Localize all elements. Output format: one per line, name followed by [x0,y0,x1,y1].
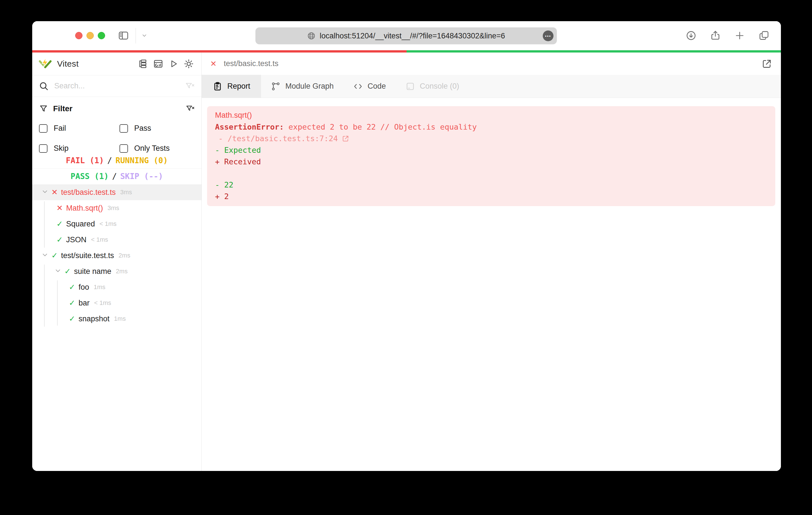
run-summary: FAIL (1) / RUNNING (0) PASS (1) / SKIP (… [32,153,201,184]
pass-count: PASS (1) [70,172,109,181]
main-panel: ✕ test/basic.test.ts Report Mod [202,53,781,471]
tab-code[interactable]: Code [343,75,396,98]
run-all-icon[interactable] [168,58,179,69]
failed-test-name: Math.sqrt() [215,111,252,120]
minimize-window-button[interactable] [86,32,94,39]
only-tests-checkbox-label: Only Tests [134,144,170,153]
diff-expected-value: - 22 [215,180,233,189]
pass-icon: ✓ [63,267,72,276]
browser-titlebar: localhost:51204/__vitest__/#/?file=16484… [32,21,781,50]
tree-row-math-sqrt[interactable]: ✕ Math.sqrt() 3ms [32,200,201,216]
fail-icon: ✕ [50,188,59,197]
test-duration: < 1ms [94,299,111,307]
summary-separator: / [107,156,112,165]
vitest-logo-icon [38,57,52,70]
collapse-tree-icon[interactable] [138,58,148,69]
open-stack-in-editor-icon[interactable] [341,134,350,143]
pass-icon: ✓ [55,235,64,244]
search-icon [39,81,49,91]
tab-module-graph-label: Module Graph [285,82,334,91]
test-duration: 1ms [114,315,126,323]
test-name: Math.sqrt() [66,204,103,213]
test-file-name: test/suite.test.ts [61,251,114,260]
pass-icon: ✓ [50,251,59,260]
test-name: foo [79,283,89,292]
fail-count: FAIL (1) [66,156,104,165]
new-tab-button[interactable] [734,30,745,41]
report-icon [212,81,223,91]
report-view: Math.sqrt() AssertionError: expected 2 t… [202,98,781,471]
chevron-down-icon[interactable] [140,32,149,39]
test-tree: ✕ test/basic.test.ts 3ms ✕ Math.sqrt() 3… [32,184,201,327]
pass-checkbox-label: Pass [134,124,151,133]
theme-toggle-icon[interactable] [183,58,194,69]
clear-filter-icon[interactable] [185,104,195,113]
chevron-down-icon[interactable] [41,188,50,196]
page-settings-button[interactable]: ••• [543,30,553,41]
test-duration: 1ms [94,283,106,291]
tree-row-suite-test-file[interactable]: ✓ test/suite.test.ts 2ms [32,248,201,264]
test-name: JSON [66,236,86,244]
diff-blank-line [215,168,767,179]
app-title: Vitest [57,59,79,69]
clear-search-filter-icon[interactable] [185,81,195,91]
filter-only-tests[interactable]: Only Tests [119,144,195,153]
fail-checkbox[interactable] [39,124,48,133]
search-row [32,75,201,97]
tab-module-graph[interactable]: Module Graph [261,75,343,98]
suite-name: suite name [74,267,111,276]
test-duration: 3ms [108,205,119,212]
test-name: bar [79,299,90,307]
chevron-down-icon[interactable] [54,267,63,276]
tab-report[interactable]: Report [202,75,261,98]
tab-report-label: Report [227,82,250,91]
tab-code-label: Code [368,82,386,91]
address-bar[interactable]: localhost:51204/__vitest__/#/?file=16484… [255,27,557,44]
filter-fail[interactable]: Fail [39,124,119,133]
error-message: expected 2 to be 22 // Object.is equalit… [284,123,477,131]
funnel-icon [39,104,48,113]
progress-pass-segment [407,50,781,53]
stack-frame-link[interactable]: - /test/basic.test.ts:7:24 [215,134,338,143]
zoom-window-button[interactable] [98,32,105,39]
share-button[interactable] [710,30,721,41]
chevron-down-icon[interactable] [41,251,50,260]
tree-row-suite-name[interactable]: ✓ suite name 2ms [32,264,201,279]
test-duration: 3ms [120,189,132,196]
error-panel: Math.sqrt() AssertionError: expected 2 t… [207,106,775,206]
tree-row-snapshot[interactable]: ✓ snapshot 1ms [32,311,201,327]
filter-skip[interactable]: Skip [39,144,119,153]
diff-received-value: + 2 [215,192,229,201]
tree-row-basic-test-file[interactable]: ✕ test/basic.test.ts 3ms [32,184,201,200]
view-tabs: Report Module Graph Code [202,75,781,98]
search-input[interactable] [54,82,185,90]
test-duration: 2ms [119,252,130,259]
tree-row-foo[interactable]: ✓ foo 1ms [32,279,201,295]
sidebar-toggle-icon[interactable] [117,30,130,41]
sidebar: Vitest [32,53,202,471]
dashboard-icon[interactable] [153,58,164,69]
open-in-editor-icon[interactable] [761,58,773,70]
tree-row-bar[interactable]: ✓ bar < 1ms [32,295,201,311]
only-tests-checkbox[interactable] [119,144,128,153]
tree-row-squared[interactable]: ✓ Squared < 1ms [32,216,201,232]
pass-icon: ✓ [55,219,64,229]
skip-checkbox[interactable] [39,144,48,153]
sidebar-header: Vitest [32,53,201,75]
pass-checkbox[interactable] [119,124,128,133]
tree-row-json[interactable]: ✓ JSON < 1ms [32,232,201,248]
pass-icon: ✓ [67,314,77,323]
tab-overview-button[interactable] [758,30,770,41]
filter-pass[interactable]: Pass [119,124,195,133]
test-name: Squared [66,220,95,229]
diff-expected-label: - Expected [215,146,261,154]
globe-icon [307,32,316,40]
pass-icon: ✓ [67,283,77,292]
pass-icon: ✓ [67,298,77,307]
test-name: snapshot [79,314,110,323]
test-duration: < 1ms [91,236,108,243]
fail-icon: ✕ [55,204,64,213]
fail-checkbox-label: Fail [54,124,66,133]
downloads-button[interactable] [686,30,697,41]
close-window-button[interactable] [75,32,83,39]
